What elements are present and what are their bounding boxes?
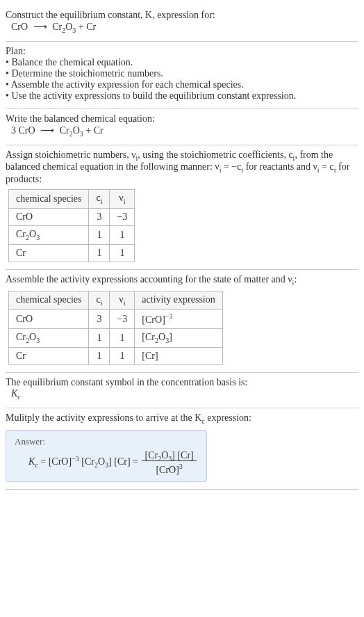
final-intro: Mulitply the activity expressions to arr… xyxy=(6,412,358,425)
t: : xyxy=(294,274,297,285)
balanced-rhs2: Cr xyxy=(94,125,104,136)
cell-c: 1 xyxy=(89,347,110,364)
table-row: Cr2O3 1 1 xyxy=(9,225,135,244)
plan-section: Plan: • Balance the chemical equation. •… xyxy=(6,42,358,109)
t: O xyxy=(29,229,36,239)
t: [CrO] xyxy=(142,314,165,325)
t: ] [Cr] xyxy=(172,450,194,460)
t: O xyxy=(161,450,168,460)
hdr-v: νi xyxy=(110,190,135,209)
table-header-row: chemical species ci νi activity expressi… xyxy=(9,291,223,310)
sub: i xyxy=(124,298,126,306)
hdr-activity: activity expression xyxy=(135,291,222,310)
stoich-table: chemical species ci νi CrO 3 −3 Cr2O3 1 … xyxy=(8,189,135,262)
hdr-c: ci xyxy=(89,291,110,310)
symbol-line: The equilibrium constant symbol in the c… xyxy=(6,377,358,388)
t: ] xyxy=(169,332,172,342)
t: Mulitply the activity expressions to arr… xyxy=(6,412,201,423)
arrow-icon: ⟶ xyxy=(38,125,57,136)
plan-bullet-4: • Use the activity expressions to build … xyxy=(6,90,358,102)
t: = −c xyxy=(221,161,241,172)
cell-activity: [CrO]−3 xyxy=(135,310,222,329)
activity-intro: Assemble the activity expressions accoun… xyxy=(6,274,358,287)
cell-species: Cr xyxy=(9,347,89,364)
t: O xyxy=(29,332,36,342)
cell-v: 1 xyxy=(110,329,135,348)
stoich-intro: Assign stoichiometric numbers, νi, using… xyxy=(6,150,358,186)
answer-box: Answer: Kc = [CrO]−3 [Cr2O3] [Cr] = [Cr2… xyxy=(6,430,207,481)
table-header-row: chemical species ci νi xyxy=(9,190,135,209)
sub: i xyxy=(101,198,103,205)
t: = c xyxy=(320,161,334,172)
t: Assemble the activity expressions accoun… xyxy=(6,274,292,285)
denominator: [CrO]3 xyxy=(153,465,185,475)
cell-c: 3 xyxy=(89,310,110,329)
cell-species: CrO xyxy=(9,208,89,225)
header-section: Construct the equilibrium constant, K, e… xyxy=(6,6,358,42)
cell-v: −3 xyxy=(110,310,135,329)
sub: 3 xyxy=(36,234,40,241)
cell-c: 1 xyxy=(89,329,110,348)
cell-c: 1 xyxy=(89,225,110,244)
t: Assign stoichiometric numbers, ν xyxy=(6,150,136,160)
t: [Cr] xyxy=(114,457,130,467)
plan-bullet-3: • Assemble the activity expression for e… xyxy=(6,79,358,90)
t: expression: xyxy=(205,412,251,423)
sub: 3 xyxy=(36,337,40,344)
balanced-title: Write the balanced chemical equation: xyxy=(6,113,358,125)
balanced-rhs1b: O xyxy=(73,125,80,136)
table-row: Cr2O3 1 1 [Cr2O3] xyxy=(9,329,223,348)
symbol-section: The equilibrium constant symbol in the c… xyxy=(6,373,358,408)
balanced-section: Write the balanced chemical equation: 3 … xyxy=(6,109,358,145)
sub: i xyxy=(101,298,103,306)
fraction: [Cr2O3] [Cr][CrO]3 xyxy=(140,450,197,475)
t: [CrO] xyxy=(49,457,72,467)
kc-symbol: Kc xyxy=(6,388,358,401)
t: K xyxy=(11,388,17,399)
final-section: Mulitply the activity expressions to arr… xyxy=(6,408,358,490)
activity-table: chemical species ci νi activity expressi… xyxy=(8,291,223,365)
cell-v: 1 xyxy=(110,244,135,262)
table-row: CrO 3 −3 [CrO]−3 xyxy=(9,310,223,329)
t: , using the stoichiometric coefficients,… xyxy=(138,150,292,160)
plan-bullet-1: • Balance the chemical equation. xyxy=(6,57,358,68)
t: = xyxy=(131,457,141,467)
cell-species: Cr xyxy=(9,244,89,262)
hdr-c: ci xyxy=(89,190,110,209)
unbalanced-equation: CrO ⟶ Cr2O3 + Cr xyxy=(6,21,358,34)
cell-c: 1 xyxy=(89,244,110,262)
cell-species: CrO xyxy=(9,310,89,329)
prompt-text: Construct the equilibrium constant, K, e… xyxy=(6,10,358,21)
activity-section: Assemble the activity expressions accoun… xyxy=(6,270,358,373)
numerator: [Cr2O3] [Cr] xyxy=(142,450,196,461)
plan-bullet-2: • Determine the stoichiometric numbers. xyxy=(6,68,358,79)
cell-v: 1 xyxy=(110,225,135,244)
stoich-section: Assign stoichiometric numbers, νi, using… xyxy=(6,145,358,270)
cell-activity: [Cr] xyxy=(135,347,222,364)
hdr-species: chemical species xyxy=(9,291,89,310)
cell-species: Cr2O3 xyxy=(9,225,89,244)
plus-sign: + xyxy=(76,22,86,32)
answer-label: Answer: xyxy=(15,436,198,447)
sub: c xyxy=(17,393,20,401)
cell-v: −3 xyxy=(110,208,135,225)
t: = xyxy=(38,457,49,467)
sup: 3 xyxy=(179,463,183,470)
t: O xyxy=(98,457,105,467)
t: for reactants and ν xyxy=(243,161,317,172)
rhs2: Cr xyxy=(86,22,96,32)
cell-activity: [Cr2O3] xyxy=(135,329,222,348)
plan-title: Plan: xyxy=(6,46,358,57)
balanced-rhs1a: Cr xyxy=(60,125,69,136)
cell-c: 3 xyxy=(89,208,110,225)
balanced-lhs: 3 CrO xyxy=(11,125,35,136)
t: [Cr xyxy=(81,457,94,467)
t: [Cr xyxy=(142,332,155,342)
rhs1b: O xyxy=(65,22,72,32)
t: K xyxy=(28,457,35,467)
hdr-species: chemical species xyxy=(9,190,89,209)
lhs: CrO xyxy=(11,22,28,32)
arrow-icon: ⟶ xyxy=(31,22,50,32)
sup: −3 xyxy=(165,312,173,320)
t: Cr xyxy=(16,229,26,239)
